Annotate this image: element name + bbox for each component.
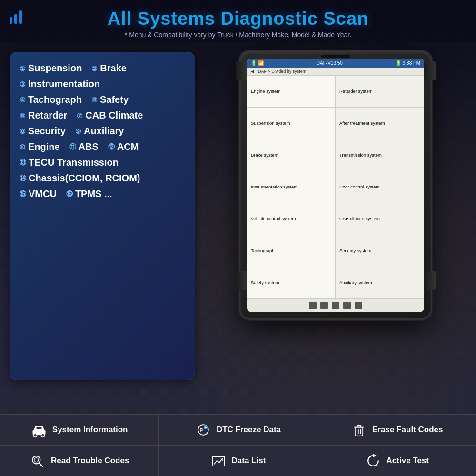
tablet-cell-left[interactable]: Instrumentation system	[247, 171, 336, 203]
tablet-cell-right[interactable]: After treatment system	[336, 108, 424, 139]
bottom-feature-strip: System Information P DTC Freeze Data	[0, 414, 476, 476]
systems-row: ⑮VMCU⑯TPMS ...	[20, 188, 185, 199]
nav-back-icon[interactable]: ◀	[251, 69, 254, 74]
svg-line-9	[39, 463, 43, 466]
subtitle: * Menu & Compatibility vary by Truck / M…	[10, 31, 466, 39]
grip-bottom-left	[236, 271, 247, 290]
tablet-model: DAF-V13.50	[317, 60, 343, 66]
system-num: ⑩	[20, 143, 26, 151]
system-info-label: System Information	[52, 425, 128, 435]
read-trouble-label: Read Trouble Codes	[51, 456, 129, 466]
systems-row: ①Suspension②Brake	[20, 63, 185, 74]
header-bars-icon	[10, 10, 22, 24]
system-label: VMCU	[29, 188, 57, 199]
tablet-nav: ◀ DAF > Divided by system	[247, 68, 424, 76]
tablet-cell-right[interactable]: Door control system	[336, 171, 424, 203]
feature-system-info[interactable]: System Information	[0, 415, 159, 446]
content-area: ①Suspension②Brake③Instrumentation④Tachog…	[0, 42, 476, 385]
system-num: ⑫	[108, 143, 115, 151]
systems-row: ③Instrumentation	[20, 79, 185, 89]
system-item: ⑭Chassis(CCIOM, RCIOM)	[20, 173, 140, 184]
tablet-cell-left[interactable]: Vehicle control system	[247, 203, 336, 235]
system-label: Tachograph	[28, 94, 82, 105]
system-num: ⑬	[20, 159, 26, 167]
system-item: ③Instrumentation	[20, 79, 100, 89]
erase-fault-label: Erase Fault Codes	[372, 425, 443, 435]
systems-panel: ①Suspension②Brake③Instrumentation④Tachog…	[10, 52, 195, 380]
system-item: ⑦CAB Climate	[77, 110, 143, 121]
systems-row: ⑩Engine⑪ABS⑫ACM	[20, 141, 185, 152]
system-item: ⑬TECU Transmission	[20, 157, 119, 168]
system-num: ①	[20, 65, 26, 72]
tablet-time: 🔋 9:38 PM	[396, 60, 420, 66]
system-label: ABS	[79, 141, 99, 152]
footer-icon-5[interactable]	[355, 302, 362, 309]
system-label: TPMS ...	[75, 188, 112, 199]
system-num: ④	[20, 96, 26, 104]
system-num: ②	[91, 65, 98, 72]
system-num: ⑪	[69, 143, 76, 151]
system-num: ⑮	[20, 190, 26, 198]
tablet-cell-left[interactable]: Safety system	[247, 267, 336, 299]
system-item: ⑨Auxiliary	[75, 126, 124, 137]
system-num: ⑨	[75, 128, 81, 135]
feature-data-list[interactable]: Data List	[159, 446, 317, 476]
footer-icon-2[interactable]	[320, 302, 328, 309]
system-item: ⑫ACM	[108, 141, 139, 152]
system-item: ⑮VMCU	[20, 188, 57, 199]
system-label: Security	[28, 126, 66, 137]
system-label: ACM	[117, 141, 139, 152]
system-item: ⑩Engine	[20, 141, 60, 152]
trash-icon	[350, 421, 367, 438]
feature-active-test[interactable]: Active Test	[317, 446, 476, 476]
tablet-footer	[247, 299, 424, 312]
grip-top-left	[236, 61, 247, 80]
tablet-cell-left[interactable]: Brake system	[247, 139, 336, 171]
system-item: ⑤Safety	[91, 94, 129, 105]
tablet-brand: 🔋 📶	[251, 60, 264, 66]
tablet-screen: 🔋 📶 DAF-V13.50 🔋 9:38 PM ◀ DAF > Divided…	[247, 59, 424, 312]
feature-read-trouble[interactable]: Read Trouble Codes	[0, 446, 159, 476]
tablet-cell-left[interactable]: Engine system	[247, 76, 336, 108]
tablet-cell-left[interactable]: Tachograph	[247, 235, 336, 267]
tablet-cell-right[interactable]: Transmission system	[336, 139, 424, 171]
footer-icon-4[interactable]	[343, 302, 351, 309]
grip-bottom-right	[424, 271, 436, 290]
system-num: ⑥	[20, 112, 26, 119]
system-num: ③	[20, 80, 26, 88]
data-list-label: Data List	[232, 456, 266, 466]
system-item: ⑧Security	[20, 126, 66, 137]
feature-dtc-freeze[interactable]: P DTC Freeze Data	[159, 415, 317, 446]
system-item: ⑯TPMS ...	[66, 188, 112, 199]
tablet-cell-right[interactable]: Auxiliary system	[336, 267, 424, 299]
tablet-content: Engine systemRetarder systemSuspension s…	[247, 76, 424, 299]
system-label: TECU Transmission	[29, 157, 119, 168]
search-icon	[29, 452, 46, 469]
footer-icon-3[interactable]	[332, 302, 339, 309]
footer-icon-1[interactable]	[309, 302, 317, 309]
active-test-label: Active Test	[387, 456, 429, 466]
svg-point-2	[41, 434, 44, 437]
page-title: All Systems Diagnostic Scan	[10, 9, 466, 29]
feature-erase-fault[interactable]: Erase Fault Codes	[317, 415, 476, 446]
freeze-icon: P	[195, 421, 212, 438]
grip-top-right	[424, 61, 436, 80]
tablet-cell-left[interactable]: Suspension system	[247, 108, 336, 139]
system-num: ⑧	[20, 128, 26, 135]
system-label: Auxiliary	[84, 126, 124, 137]
svg-rect-3	[36, 427, 41, 429]
header: All Systems Diagnostic Scan * Menu & Com…	[0, 0, 476, 42]
system-item: ⑪ABS	[69, 141, 99, 152]
system-item: ⑥Retarder	[20, 110, 67, 121]
system-item: ④Tachograph	[20, 94, 82, 105]
tablet-cell-right[interactable]: Security system	[336, 235, 424, 267]
system-item: ②Brake	[91, 63, 127, 74]
system-label: Retarder	[28, 110, 67, 121]
tablet-cell-right[interactable]: Retarder system	[336, 76, 424, 108]
system-label: Suspension	[28, 63, 82, 74]
tablet-header: 🔋 📶 DAF-V13.50 🔋 9:38 PM	[247, 59, 424, 68]
tablet-cell-right[interactable]: CAB climate system	[336, 203, 424, 235]
system-label: Chassis(CCIOM, RCIOM)	[29, 173, 140, 184]
system-num: ⑦	[77, 112, 83, 119]
tablet-container: 🔋 📶 DAF-V13.50 🔋 9:38 PM ◀ DAF > Divided…	[205, 52, 466, 380]
